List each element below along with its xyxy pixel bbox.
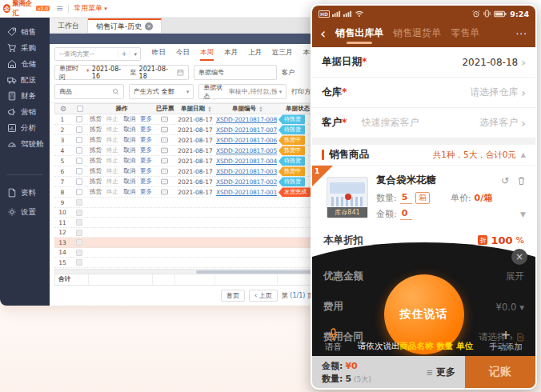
date-range-input[interactable]: 单据时间 * 2021-08-16 至 2021-08-18: [54, 65, 189, 80]
field-customer[interactable]: 客户* 快速搜索客户 选择客户›: [312, 108, 535, 138]
collapse-up-icon[interactable]: ▲: [521, 151, 526, 158]
sort-icon[interactable]: [259, 106, 262, 112]
row-checkbox[interactable]: [76, 178, 82, 185]
order-no-input[interactable]: 单据编号: [194, 65, 277, 80]
sidebar-item-cockpit[interactable]: 驾驶舱: [0, 136, 50, 152]
caret-down-icon[interactable]: ▾: [130, 51, 140, 58]
tab-sales-outbound[interactable]: 销售出库单: [335, 26, 383, 43]
sidebar-item-warehouse[interactable]: 仓储: [0, 56, 50, 72]
select-customer-action[interactable]: 选择客户: [479, 116, 518, 130]
action-pick[interactable]: 拣货: [90, 167, 102, 175]
action-terminate[interactable]: 终止: [106, 115, 118, 123]
common-menu-dropdown[interactable]: 常用菜单 ▾: [74, 3, 107, 14]
voice-mode[interactable]: 语音: [325, 328, 342, 353]
action-more[interactable]: 更多: [140, 188, 152, 196]
action-more[interactable]: 更多: [140, 136, 152, 144]
order-no-link[interactable]: XSDD-20210817-005: [216, 147, 277, 154]
action-pick[interactable]: 拣货: [90, 136, 102, 144]
select-all-checkbox[interactable]: [77, 106, 83, 112]
action-more[interactable]: 更多: [140, 167, 152, 175]
amount-value[interactable]: 0: [400, 208, 413, 220]
action-pick[interactable]: 拣货: [90, 178, 102, 186]
record-order-button[interactable]: 记账: [465, 356, 535, 388]
more-menu-icon[interactable]: ···: [516, 29, 527, 40]
action-pick[interactable]: 拣货: [90, 188, 102, 196]
col-order-no[interactable]: 单据编号: [232, 105, 256, 113]
range-last-3-months[interactable]: 近三月: [272, 48, 293, 61]
tab-sales-order-history[interactable]: 销售订单-历史 ×: [88, 18, 162, 33]
range-today[interactable]: 今日: [176, 48, 190, 61]
range-this-month[interactable]: 本月: [224, 48, 238, 61]
generation-method-select[interactable]: 产生方式 全部 ▾: [129, 84, 194, 99]
row-checkbox[interactable]: [76, 168, 82, 174]
action-cancel[interactable]: 取消: [123, 146, 135, 154]
row-checkbox[interactable]: [76, 137, 82, 143]
add-plan-icon[interactable]: +: [118, 50, 130, 58]
action-terminate[interactable]: 终止: [106, 146, 118, 154]
action-cancel[interactable]: 取消: [123, 167, 135, 175]
order-no-link[interactable]: XSDD-20210817-007: [216, 126, 277, 134]
action-pick[interactable]: 拣货: [90, 126, 102, 134]
sort-icon[interactable]: [208, 106, 211, 112]
action-terminate[interactable]: 终止: [106, 136, 118, 144]
action-more[interactable]: 更多: [140, 157, 152, 165]
action-cancel[interactable]: 取消: [123, 178, 135, 186]
action-cancel[interactable]: 取消: [123, 157, 135, 165]
order-no-link[interactable]: XSDD-20210817-002: [216, 178, 277, 186]
sidebar-item-purchase[interactable]: 采购: [0, 40, 50, 56]
action-terminate[interactable]: 终止: [106, 188, 118, 196]
product-search-input[interactable]: 商品: [54, 84, 124, 99]
tab-sales-return[interactable]: 销售退货单: [393, 26, 441, 43]
collapse-down-icon[interactable]: ▼: [520, 210, 526, 218]
action-more[interactable]: 更多: [140, 126, 152, 134]
row-checkbox[interactable]: [76, 147, 82, 154]
sidebar-item-delivery[interactable]: 配送: [0, 72, 50, 88]
action-terminate[interactable]: 终止: [106, 126, 118, 134]
range-this-week[interactable]: 本周: [200, 48, 214, 61]
sidebar-item-sales[interactable]: 销售: [0, 24, 50, 40]
row-checkbox[interactable]: [76, 189, 82, 195]
scrollbar-thumb[interactable]: [196, 270, 316, 274]
order-status-select[interactable]: 单据状态 审核中,待付款,拣货中... ▾: [198, 84, 287, 99]
action-terminate[interactable]: 终止: [106, 178, 118, 186]
action-terminate[interactable]: 终止: [106, 157, 118, 165]
order-no-link[interactable]: XSDD-20210817-004: [216, 158, 277, 165]
range-yesterday[interactable]: 昨日: [152, 48, 166, 61]
tab-workbench[interactable]: 工作台: [50, 18, 88, 33]
order-no-link[interactable]: XSDD-20210817-001: [216, 189, 277, 196]
qty-value[interactable]: 5: [400, 192, 413, 204]
table-settings-gear-icon[interactable]: ⚙: [60, 105, 66, 113]
history-icon[interactable]: ↺: [501, 175, 509, 186]
back-chevron-icon[interactable]: ‹: [320, 26, 326, 41]
sidebar-item-settings[interactable]: 设置: [0, 202, 50, 222]
range-last-month[interactable]: 上月: [248, 48, 262, 61]
field-order-date[interactable]: 单据日期* 2021-08-18›: [312, 47, 535, 78]
order-no-link[interactable]: XSDD-20210817-003: [216, 168, 277, 175]
action-more[interactable]: 更多: [140, 178, 152, 186]
action-pick[interactable]: 拣货: [90, 157, 102, 165]
action-more[interactable]: 更多: [140, 146, 152, 154]
action-cancel[interactable]: 取消: [123, 126, 135, 134]
expand-action[interactable]: 展开: [506, 270, 524, 282]
horizontal-scrollbar[interactable]: [54, 269, 317, 274]
action-terminate[interactable]: 终止: [106, 167, 118, 175]
row-checkbox[interactable]: [76, 116, 82, 122]
trash-icon[interactable]: [517, 176, 526, 186]
row-checkbox[interactable]: [76, 158, 82, 164]
action-pick[interactable]: 拣货: [90, 146, 102, 154]
row-checkbox[interactable]: [76, 126, 82, 133]
sidebar-item-finance[interactable]: 财务: [0, 88, 50, 104]
action-cancel[interactable]: 取消: [123, 115, 135, 123]
close-overlay-button[interactable]: ×: [511, 249, 527, 265]
col-date[interactable]: 单据日期: [181, 105, 205, 113]
action-more[interactable]: 更多: [140, 115, 152, 123]
prev-page-button[interactable]: ‹ 上页: [249, 290, 278, 302]
sidebar-item-analysis[interactable]: 分析: [0, 120, 50, 136]
unit-selector[interactable]: 箱: [415, 192, 430, 204]
action-pick[interactable]: 拣货: [90, 115, 102, 123]
sidebar-item-marketing[interactable]: 营销: [0, 104, 50, 120]
field-warehouse[interactable]: 仓库* 请选择仓库›: [312, 78, 535, 108]
more-options-button[interactable]: ≡更多: [427, 366, 455, 379]
order-no-link[interactable]: XSDD-20210817-008: [216, 116, 277, 123]
first-page-button[interactable]: 首页: [221, 290, 245, 302]
